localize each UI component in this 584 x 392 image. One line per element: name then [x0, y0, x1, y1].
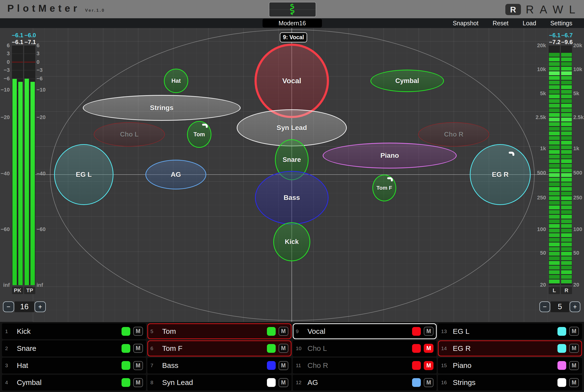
scale-tick-label: −60: [36, 226, 47, 232]
mute-button[interactable]: M: [278, 361, 288, 370]
preset-name[interactable]: Modern16: [262, 19, 322, 28]
track-item-cho-r[interactable]: 11Cho RM: [293, 358, 437, 374]
menu-bar: Modern16 Snapshot Reset Load Settings: [0, 18, 584, 28]
scale-tick-label: 250: [573, 194, 584, 201]
scale-tick-label: 500: [573, 170, 584, 176]
mute-button[interactable]: M: [133, 378, 143, 387]
menu-reset[interactable]: Reset: [493, 20, 508, 27]
track-number: 11: [296, 362, 306, 368]
track-count-decrement-button[interactable]: −: [3, 302, 14, 312]
track-item-strings[interactable]: 16StringsM: [438, 375, 582, 390]
color-swatch[interactable]: [412, 378, 421, 387]
track-number: 9: [296, 328, 306, 334]
scale-tick-label: −3: [36, 67, 47, 73]
scale-tick-label: −3: [0, 67, 10, 73]
bubble-cho-l[interactable]: Cho L: [94, 122, 165, 146]
bubble-ag[interactable]: AG: [146, 160, 206, 190]
color-swatch[interactable]: [267, 344, 276, 353]
mute-button[interactable]: M: [569, 361, 579, 370]
mute-button[interactable]: M: [278, 344, 288, 353]
track-item-syn-lead[interactable]: 8Syn LeadM: [147, 375, 292, 390]
bubble-piano[interactable]: Piano: [323, 143, 457, 168]
track-item-hat[interactable]: 3HatM: [2, 358, 146, 374]
track-item-tom[interactable]: 5TomM: [147, 323, 292, 339]
color-swatch[interactable]: [122, 327, 130, 336]
redo-icon: [509, 150, 514, 156]
track-item-kick[interactable]: 1KickM: [2, 323, 146, 339]
bubble-vocal[interactable]: Vocal: [254, 44, 329, 118]
mute-button[interactable]: M: [133, 361, 143, 370]
scale-tick-label: 10k: [573, 66, 584, 72]
menu-snapshot[interactable]: Snapshot: [453, 20, 478, 27]
track-count-stepper: − 16 +: [3, 302, 46, 312]
bubble-hat[interactable]: Hat: [164, 69, 188, 93]
color-swatch[interactable]: [122, 344, 130, 353]
bubble-eg-l[interactable]: EG L: [54, 144, 114, 205]
bubble-kick[interactable]: Kick: [273, 222, 310, 261]
bubble-bass[interactable]: Bass: [255, 171, 328, 224]
track-item-tom-f[interactable]: 6Tom FM: [147, 340, 292, 356]
mute-button[interactable]: M: [133, 327, 143, 336]
color-swatch[interactable]: [122, 378, 130, 387]
mute-button[interactable]: M: [424, 378, 434, 387]
color-swatch[interactable]: [412, 327, 421, 336]
bubble-label: Cymbal: [395, 77, 419, 85]
bubble-tom[interactable]: Tom: [187, 121, 212, 148]
scale-tick-label: 20k: [573, 42, 584, 49]
scale-tick-label: 2.5k: [535, 114, 546, 120]
plotmeter-app: PlotMeter Ver.1.0 R RAWL Modern16 Snapsh…: [0, 0, 584, 392]
app-version: Ver.1.0: [85, 8, 105, 13]
mute-button[interactable]: M: [569, 327, 579, 336]
track-number: 1: [5, 328, 15, 334]
bubble-strings[interactable]: Strings: [83, 95, 240, 121]
mute-button[interactable]: M: [569, 344, 579, 353]
track-name: Tom: [162, 327, 176, 336]
band-count-increment-button[interactable]: +: [570, 302, 580, 312]
track-item-eg-r[interactable]: 14EG RM: [438, 340, 582, 356]
color-swatch[interactable]: [412, 344, 421, 353]
mute-button[interactable]: M: [133, 344, 143, 353]
bubble-label: Bass: [284, 194, 300, 202]
track-item-cho-l[interactable]: 10Cho LM: [293, 340, 437, 356]
mute-button[interactable]: M: [278, 327, 288, 336]
mute-button[interactable]: M: [278, 378, 288, 387]
color-swatch[interactable]: [558, 361, 566, 370]
color-swatch[interactable]: [267, 361, 276, 370]
track-number: 7: [150, 362, 160, 368]
app-title: PlotMeter: [7, 3, 80, 14]
menu-load[interactable]: Load: [523, 20, 536, 27]
mute-button[interactable]: M: [424, 327, 434, 336]
mute-button[interactable]: M: [569, 378, 579, 387]
track-item-bass[interactable]: 7BassM: [147, 358, 292, 374]
bubble-tom-f[interactable]: Tom F: [372, 174, 396, 201]
goniometer-display[interactable]: [269, 2, 316, 17]
menu-settings[interactable]: Settings: [550, 20, 572, 27]
mute-button[interactable]: M: [424, 344, 434, 353]
scale-tick-label: −20: [36, 114, 47, 120]
track-number: 14: [441, 346, 451, 351]
color-swatch[interactable]: [558, 344, 566, 353]
color-swatch[interactable]: [412, 361, 421, 370]
color-swatch[interactable]: [267, 327, 276, 336]
track-item-ag[interactable]: 12AGM: [293, 375, 437, 390]
track-item-eg-l[interactable]: 13EG LM: [438, 323, 582, 339]
scale-tick-label: inf: [36, 282, 47, 288]
bubble-eg-r[interactable]: EG R: [470, 144, 531, 205]
stereo-field-plot[interactable]: VocalHatCymbalStringsCho LCho RSyn LeadT…: [33, 28, 551, 322]
mute-button[interactable]: M: [424, 361, 434, 370]
bubble-cymbal[interactable]: Cymbal: [370, 70, 444, 92]
band-count-value: 5: [551, 302, 569, 312]
track-item-piano[interactable]: 15PianoM: [438, 358, 582, 374]
color-swatch[interactable]: [122, 361, 130, 370]
track-item-snare[interactable]: 2SnareM: [2, 340, 146, 356]
spectrum-meter-panel: −6.1 −6.7 −7.2 −9.6 L R − 5 + 20k20k10k1…: [535, 28, 584, 322]
track-name: Tom F: [162, 344, 182, 352]
bubble-cho-r[interactable]: Cho R: [418, 122, 489, 146]
band-count-decrement-button[interactable]: −: [540, 302, 550, 312]
color-swatch[interactable]: [558, 327, 566, 336]
track-item-vocal[interactable]: 9VocalM: [293, 323, 437, 339]
color-swatch[interactable]: [267, 378, 276, 387]
color-swatch[interactable]: [558, 378, 566, 387]
track-item-cymbal[interactable]: 4CymbalM: [2, 375, 146, 390]
track-count-increment-button[interactable]: +: [34, 302, 46, 312]
